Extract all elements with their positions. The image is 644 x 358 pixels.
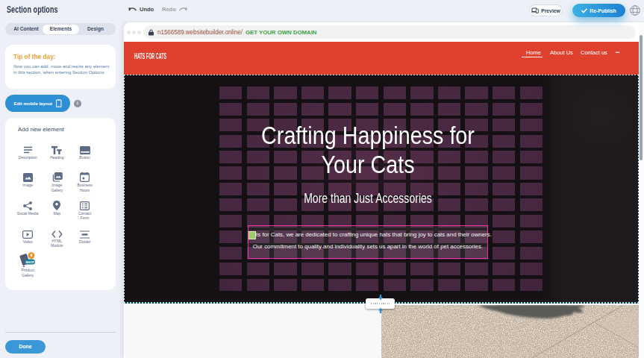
svg-text:SHOP: SHOP bbox=[25, 260, 34, 264]
